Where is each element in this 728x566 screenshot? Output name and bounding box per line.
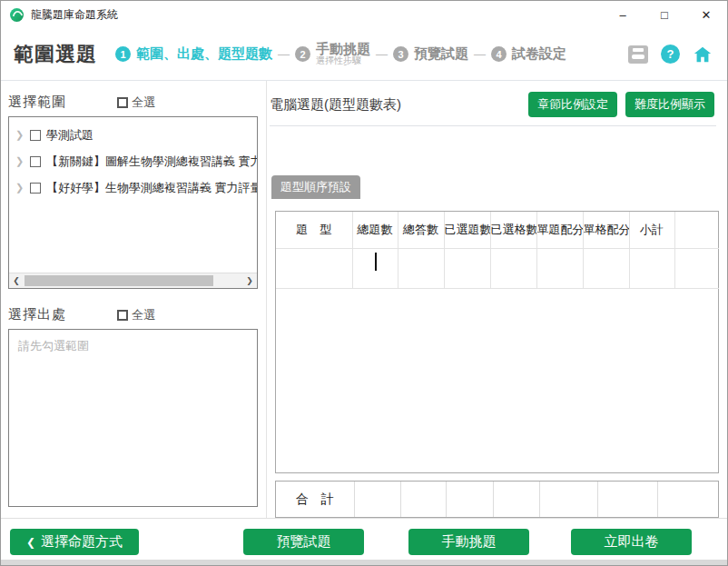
save-icon[interactable] — [628, 45, 648, 64]
app-window: 龍騰題庫命題系統 – □ ✕ 範圍選題 1 範圍、出處、題型題數 — 2 手動挑… — [0, 0, 728, 566]
tree-item-checkbox[interactable] — [30, 156, 41, 167]
text-caret — [375, 253, 377, 271]
tree-item-exam[interactable]: ❯ 學測試題 — [9, 123, 257, 147]
tree-item-checkbox[interactable] — [30, 183, 41, 194]
col-extra — [674, 212, 719, 248]
question-type-table: 題 型 總題數 總答數 已選題數 已選格數 單題配分 單格配分 小計 — [275, 211, 719, 473]
app-title: 龍騰題庫命題系統 — [31, 7, 118, 23]
step-3-number: 3 — [393, 46, 408, 62]
step-2-number: 2 — [295, 46, 310, 62]
table-empty-row — [276, 248, 719, 288]
step-4-label: 試卷設定 — [512, 45, 566, 63]
panel-separator — [266, 81, 267, 520]
source-select-all-label: 全選 — [132, 307, 155, 323]
footer: ❮ 選擇命題方式 預覽試題 手動挑題 立即出卷 — [1, 518, 727, 565]
source-section-title: 選擇出處 — [8, 306, 66, 323]
cell-points-per-question[interactable] — [536, 248, 583, 288]
table-header-row: 題 型 總題數 總答數 已選題數 已選格數 單題配分 單格配分 小計 — [276, 212, 719, 248]
cell-selected-questions[interactable] — [444, 248, 490, 288]
computer-select-header: 電腦選題(題型題數表) 章節比例設定 難度比例顯示 — [270, 92, 722, 117]
cell-total-answers[interactable] — [398, 248, 444, 288]
step-4-number: 4 — [491, 46, 507, 62]
col-points-per-question: 單題配分 — [536, 212, 583, 248]
main-area: 選擇範圍 全選 ❯ 學測試題 ❯ 【新關鍵】圖解生物學測總複習講義 實力評量 — [1, 81, 727, 520]
right-panel: 電腦選題(題型題數表) 章節比例設定 難度比例顯示 題型順序預設 — [270, 81, 722, 518]
step-2-sublabel: 選擇性步驟 — [316, 55, 370, 66]
titlebar: 龍騰題庫命題系統 – □ ✕ — [1, 1, 727, 28]
range-section-header: 選擇範圍 全選 — [8, 94, 258, 111]
step-dash: — — [474, 47, 486, 61]
difficulty-ratio-button[interactable]: 難度比例顯示 — [625, 92, 714, 117]
minimize-button[interactable]: – — [602, 1, 644, 28]
totals-cell — [597, 482, 657, 517]
cell-total-questions[interactable] — [352, 248, 398, 288]
cell-points-per-cell[interactable] — [583, 248, 629, 288]
close-button[interactable]: ✕ — [685, 1, 727, 28]
source-select-all-checkbox[interactable] — [117, 310, 128, 321]
col-total-answers: 總答數 — [398, 212, 444, 248]
scrollbar-thumb[interactable] — [25, 275, 213, 286]
step-1-number: 1 — [115, 46, 131, 62]
totals-table: 合 計 — [275, 481, 719, 518]
chevron-right-icon[interactable]: ❯ — [15, 155, 26, 167]
totals-cell — [657, 482, 719, 517]
tab-question-type-order[interactable]: 題型順序預設 — [271, 175, 360, 199]
tree-item-label: 【新關鍵】圖解生物學測總複習講義 實力評量 — [46, 154, 257, 170]
page-title: 範圍選題 — [14, 41, 97, 68]
window-bottom-edge — [1, 560, 727, 565]
tree-item-checkbox[interactable] — [30, 130, 41, 141]
step-dash: — — [376, 47, 388, 61]
window-controls: – □ ✕ — [602, 1, 727, 28]
col-total-questions: 總題數 — [352, 212, 398, 248]
chapter-ratio-button[interactable]: 章節比例設定 — [528, 92, 617, 117]
maximize-button[interactable]: □ — [644, 1, 685, 28]
step-3-preview[interactable]: 3 預覽試題 — [393, 45, 468, 63]
col-question-type: 題 型 — [276, 212, 352, 248]
step-1-range[interactable]: 1 範圍、出處、題型題數 — [115, 45, 272, 63]
manual-pick-button[interactable]: 手動挑題 — [408, 529, 529, 555]
cell-subtotal[interactable] — [629, 248, 674, 288]
totals-cell — [354, 482, 400, 517]
range-section-title: 選擇範圍 — [8, 94, 66, 111]
choose-method-back-button[interactable]: ❮ 選擇命題方式 — [10, 529, 139, 555]
preview-questions-button[interactable]: 預覽試題 — [243, 529, 364, 555]
range-select-all-label: 全選 — [132, 94, 155, 111]
help-icon[interactable]: ? — [661, 45, 680, 64]
tree-item-study-book[interactable]: ❯ 【好好學】生物學測總複習講義 實力評量 — [9, 175, 257, 200]
step-dash: — — [278, 47, 290, 61]
col-points-per-cell: 單格配分 — [583, 212, 629, 248]
totals-row: 合 計 — [276, 482, 719, 517]
totals-cell — [493, 482, 539, 517]
totals-cell — [400, 482, 446, 517]
computer-select-title: 電腦選題(題型題數表) — [270, 96, 401, 114]
horizontal-scrollbar[interactable]: ❮ ❯ — [9, 273, 257, 288]
tree-item-label: 【好好學】生物學測總複習講義 實力評量 — [46, 180, 257, 196]
step-4-paper-settings[interactable]: 4 試卷設定 — [491, 45, 566, 63]
app-logo-icon — [10, 8, 24, 22]
home-icon[interactable] — [693, 45, 713, 65]
totals-label: 合 計 — [276, 482, 354, 517]
cell-extra[interactable] — [674, 248, 719, 288]
col-selected-cells: 已選格數 — [490, 212, 536, 248]
scroll-right-arrow[interactable]: ❯ — [242, 273, 257, 288]
totals-cell — [539, 482, 597, 517]
range-select-all-checkbox[interactable] — [117, 97, 128, 108]
range-tree: ❯ 學測試題 ❯ 【新關鍵】圖解生物學測總複習講義 實力評量 ❯ 【好好學】生物… — [8, 116, 258, 289]
step-2-label: 手動挑題 — [316, 42, 370, 55]
step-2-manual-pick[interactable]: 2 手動挑題 選擇性步驟 — [295, 42, 370, 66]
chevron-right-icon[interactable]: ❯ — [15, 129, 26, 141]
header: 範圍選題 1 範圍、出處、題型題數 — 2 手動挑題 選擇性步驟 — 3 預覽試… — [1, 28, 727, 81]
step-3-label: 預覽試題 — [414, 45, 468, 63]
source-section-header: 選擇出處 全選 — [8, 306, 258, 323]
col-selected-questions: 已選題數 — [444, 212, 490, 248]
cell-question-type[interactable] — [276, 248, 352, 288]
header-icons: ? — [628, 45, 713, 65]
tree-item-newkey-book[interactable]: ❯ 【新關鍵】圖解生物學測總複習講義 實力評量 — [9, 149, 257, 174]
scroll-left-arrow[interactable]: ❮ — [9, 273, 24, 288]
cell-selected-cells[interactable] — [490, 248, 536, 288]
wizard-steps: 1 範圍、出處、題型題數 — 2 手動挑題 選擇性步驟 — 3 預覽試題 — 4… — [115, 42, 566, 66]
source-select-all: 全選 — [117, 307, 155, 323]
tree-item-label: 學測試題 — [46, 127, 93, 144]
chevron-right-icon[interactable]: ❯ — [15, 182, 26, 194]
export-paper-button[interactable]: 立即出卷 — [571, 529, 692, 555]
